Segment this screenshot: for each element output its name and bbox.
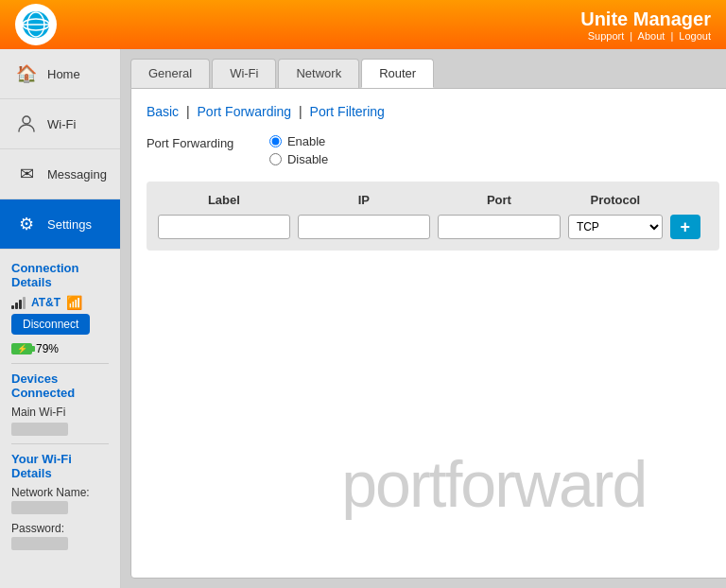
sidebar-item-wifi[interactable]: Wi-Fi [0, 99, 120, 149]
nav-sep-2: | [670, 30, 673, 42]
sidebar-item-settings-label: Settings [47, 217, 92, 232]
battery-icon: ⚡ [11, 343, 32, 355]
enable-label: Enable [287, 134, 325, 148]
signal-row: AT&T 📶 [11, 295, 109, 310]
sidebar-lower: Connection Details AT&T 📶 Disconnect ⚡ 7… [0, 250, 120, 588]
tab-bar: General Wi-Fi Network Router [130, 59, 726, 88]
port-forwarding-table: Label IP Port Protocol TCP UDP Both + [147, 182, 719, 251]
tab-router[interactable]: Router [361, 59, 434, 88]
wifi-details-title: Your Wi-Fi Details [11, 452, 109, 480]
content-panel: Basic | Port Forwarding | Port Filtering… [130, 88, 726, 579]
sub-nav-basic[interactable]: Basic [147, 104, 179, 119]
enable-radio[interactable] [269, 135, 282, 147]
protocol-select[interactable]: TCP UDP Both [568, 215, 663, 239]
col-ip-header: IP [298, 193, 430, 207]
sidebar-item-messaging-label: Messaging [47, 167, 107, 182]
main-wifi-label: Main Wi-Fi [11, 406, 109, 419]
disable-radio[interactable] [269, 153, 282, 165]
header-right: Unite Manager Support | About | Logout [580, 9, 711, 42]
connection-details-title: Connection Details [11, 261, 109, 289]
svg-point-4 [23, 116, 30, 124]
col-protocol-header: Protocol [568, 193, 663, 207]
about-link[interactable]: About [638, 30, 666, 42]
logout-link[interactable]: Logout [679, 30, 711, 42]
sub-nav: Basic | Port Forwarding | Port Filtering [147, 104, 719, 119]
disable-radio-row[interactable]: Disable [269, 152, 328, 166]
disconnect-button[interactable]: Disconnect [11, 314, 90, 335]
support-link[interactable]: Support [588, 30, 625, 42]
network-name-label: Network Name: [11, 486, 109, 499]
tab-network[interactable]: Network [278, 59, 359, 88]
col-add-header [670, 193, 708, 207]
sub-nav-port-filtering[interactable]: Port Filtering [310, 104, 385, 119]
sidebar-item-home[interactable]: 🏠 Home [0, 49, 120, 99]
devices-bar [11, 423, 68, 436]
sidebar-item-wifi-label: Wi-Fi [47, 117, 76, 131]
tab-general[interactable]: General [130, 59, 210, 88]
password-label: Password: [11, 522, 109, 535]
battery-row: ⚡ 79% [11, 342, 109, 355]
att-logo [15, 4, 57, 45]
wifi-connected-icon: 📶 [66, 295, 82, 310]
label-input[interactable] [158, 215, 290, 239]
main-content: General Wi-Fi Network Router Basic | Por… [121, 49, 726, 588]
add-rule-button[interactable]: + [670, 215, 700, 239]
header-nav: Support | About | Logout [580, 30, 711, 42]
divider-1 [11, 363, 109, 364]
settings-icon: ⚙ [13, 211, 40, 237]
table-header: Label IP Port Protocol [158, 193, 708, 207]
port-forwarding-options: Enable Disable [269, 134, 328, 166]
wifi-nav-icon [13, 111, 40, 137]
watermark-text: portforward [341, 447, 646, 521]
signal-bars [11, 296, 26, 309]
sidebar-item-home-label: Home [47, 67, 80, 81]
port-forwarding-row: Port Forwarding Enable Disable [147, 134, 719, 166]
col-port-header: Port [438, 193, 561, 207]
divider-2 [11, 443, 109, 444]
devices-connected-title: Devices Connected [11, 372, 109, 400]
disable-label: Disable [287, 152, 328, 166]
sidebar-item-settings[interactable]: ⚙ Settings [0, 199, 120, 250]
app-header: Unite Manager Support | About | Logout [0, 0, 726, 49]
battery-percent: 79% [36, 342, 59, 355]
network-name-value [11, 501, 68, 514]
sidebar: 🏠 Home Wi-Fi ✉ Messaging ⚙ Settings Conn… [0, 49, 121, 588]
main-layout: 🏠 Home Wi-Fi ✉ Messaging ⚙ Settings Conn… [0, 49, 726, 588]
table-row: TCP UDP Both + [158, 215, 708, 239]
port-input[interactable] [438, 215, 561, 239]
sub-sep-2: | [299, 104, 306, 119]
sub-nav-port-forwarding[interactable]: Port Forwarding [198, 104, 292, 119]
sidebar-item-messaging[interactable]: ✉ Messaging [0, 149, 120, 199]
ip-input[interactable] [298, 215, 430, 239]
col-label-header: Label [158, 193, 290, 207]
nav-sep-1: | [630, 30, 632, 42]
port-forwarding-label: Port Forwarding [147, 134, 269, 150]
sub-sep-1: | [186, 104, 194, 119]
app-title: Unite Manager [580, 9, 711, 30]
messaging-icon: ✉ [13, 161, 40, 187]
tab-wifi[interactable]: Wi-Fi [212, 59, 276, 88]
carrier-name: AT&T [31, 296, 60, 309]
home-icon: 🏠 [13, 61, 40, 87]
enable-radio-row[interactable]: Enable [269, 134, 328, 148]
password-value [11, 537, 68, 550]
